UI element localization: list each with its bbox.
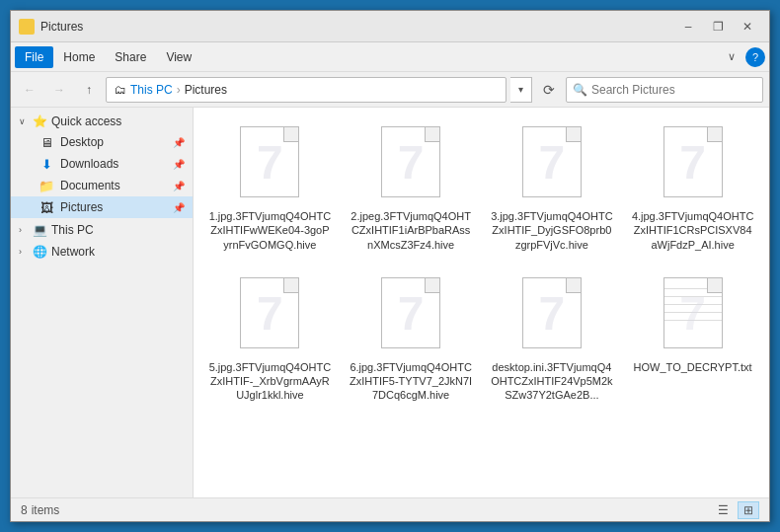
quick-access-header[interactable]: ∨ ⭐ Quick access — [11, 112, 193, 131]
address-dropdown-button[interactable]: ▾ — [510, 77, 532, 103]
file-icon-2: 7 — [375, 126, 446, 205]
search-icon: 🔍 — [573, 83, 587, 97]
list-view-button[interactable]: ☰ — [712, 501, 734, 519]
address-this-pc: This PC — [130, 83, 173, 97]
address-bar: ← → ↑ 🗂 This PC › Pictures ▾ ⟳ 🔍 — [11, 72, 769, 108]
window-icon — [19, 19, 35, 35]
this-pc-section: › 💻 This PC — [11, 220, 193, 240]
file-label-6: 6.jpg.3FTVjumqQ4OHTCZxIHTIF5-TYTV7_2JkN7… — [350, 360, 473, 403]
file-item-7[interactable]: 7 desktop.ini.3FTVjumqQ4OHTCZxIHTIF24Vp5… — [486, 268, 619, 412]
file-item-2[interactable]: 7 2.jpeg.3FTVjumqQ4OHTCZxIHTIF1iArBPbaRA… — [345, 117, 478, 261]
desktop-pin-icon: 📌 — [173, 137, 185, 148]
sidebar-item-documents-label: Documents — [60, 179, 120, 192]
network-chevron: › — [19, 247, 29, 257]
file-item-4[interactable]: 7 4.jpg.3FTVjumqQ4OHTCZxIHTIF1CRsPCISXV8… — [626, 117, 759, 261]
explorer-window: Pictures – ❐ ✕ File Home Share View ∨ ? … — [10, 10, 770, 522]
network-icon: 🌐 — [33, 245, 47, 259]
menu-view[interactable]: View — [156, 46, 201, 68]
files-grid: 7 1.jpg.3FTVjumqQ4OHTCZxIHTIFwWEKe04-3go… — [203, 117, 759, 412]
forward-button[interactable]: → — [46, 77, 72, 103]
window-title: Pictures — [40, 20, 674, 34]
quick-access-chevron: ∨ — [19, 116, 29, 126]
this-pc-icon: 💻 — [33, 223, 47, 237]
svg-rect-3 — [28, 27, 34, 33]
quick-access-label: Quick access — [51, 114, 121, 128]
file-area: 7 1.jpg.3FTVjumqQ4OHTCZxIHTIFwWEKe04-3go… — [194, 108, 769, 497]
file-label-4: 4.jpg.3FTVjumqQ4OHTCZxIHTIF1CRsPCISXV84a… — [631, 209, 754, 252]
file-item-3[interactable]: 7 3.jpg.3FTVjumqQ4OHTCZxIHTIF_DyjGSFO8pr… — [486, 117, 619, 261]
menu-bar: File Home Share View ∨ ? — [11, 42, 769, 72]
desktop-icon: 🖥 — [39, 134, 54, 150]
items-label: items — [32, 503, 60, 517]
file-label-1: 1.jpg.3FTVjumqQ4OHTCZxIHTIFwWEKe04-3goPy… — [208, 209, 332, 252]
file-label-5: 5.jpg.3FTVjumqQ4OHTCZxIHTIF-_XrbVgrmAAyR… — [208, 360, 332, 403]
sidebar-item-downloads[interactable]: ⬇ Downloads 📌 — [11, 153, 193, 175]
address-pictures: Pictures — [185, 83, 227, 97]
network-label: Network — [51, 245, 95, 259]
address-path[interactable]: 🗂 This PC › Pictures — [106, 77, 507, 103]
view-controls: ☰ ⊞ — [712, 501, 759, 519]
expand-ribbon-button[interactable]: ∨ — [722, 48, 741, 65]
file-icon-8: 7 — [658, 277, 729, 356]
menu-file[interactable]: File — [15, 46, 53, 68]
file-label-7: desktop.ini.3FTVjumqQ4OHTCZxIHTIF24Vp5M2… — [491, 360, 614, 403]
window-controls: – ❐ ✕ — [674, 16, 761, 38]
file-icon-3: 7 — [516, 126, 587, 205]
menu-share[interactable]: Share — [105, 46, 156, 68]
documents-icon: 📁 — [39, 178, 54, 193]
downloads-icon: ⬇ — [39, 156, 54, 172]
sidebar: ∨ ⭐ Quick access 🖥 Desktop 📌 ⬇ Downloads… — [11, 108, 194, 497]
svg-rect-1 — [20, 20, 26, 26]
network-section: › 🌐 Network — [11, 242, 193, 262]
sidebar-item-documents[interactable]: 📁 Documents 📌 — [11, 175, 193, 196]
search-input[interactable] — [591, 83, 756, 97]
file-item-8[interactable]: 7 HOW_TO_DECRYPT.txt — [626, 268, 759, 412]
title-bar: Pictures – ❐ ✕ — [11, 11, 769, 42]
sidebar-item-desktop-label: Desktop — [60, 135, 104, 149]
network-header[interactable]: › 🌐 Network — [11, 242, 193, 262]
quick-access-icon: ⭐ — [33, 114, 47, 128]
item-count: 8 — [21, 503, 28, 517]
this-pc-header[interactable]: › 💻 This PC — [11, 220, 193, 240]
sidebar-item-downloads-label: Downloads — [60, 157, 118, 171]
main-content: ∨ ⭐ Quick access 🖥 Desktop 📌 ⬇ Downloads… — [11, 108, 769, 497]
this-pc-chevron: › — [19, 225, 29, 235]
svg-rect-2 — [28, 20, 34, 26]
restore-button[interactable]: ❐ — [704, 16, 732, 38]
this-pc-label: This PC — [51, 223, 94, 237]
downloads-pin-icon: 📌 — [173, 159, 185, 170]
refresh-button[interactable]: ⟳ — [536, 77, 562, 103]
file-icon-7: 7 — [516, 277, 587, 356]
sidebar-item-desktop[interactable]: 🖥 Desktop 📌 — [11, 131, 193, 153]
file-label-8: HOW_TO_DECRYPT.txt — [634, 360, 752, 374]
sidebar-item-pictures[interactable]: 🖼 Pictures 📌 — [11, 196, 193, 218]
file-item-1[interactable]: 7 1.jpg.3FTVjumqQ4OHTCZxIHTIFwWEKe04-3go… — [203, 117, 337, 261]
address-sep1: › — [177, 83, 181, 97]
file-icon-6: 7 — [375, 277, 446, 356]
file-item-6[interactable]: 7 6.jpg.3FTVjumqQ4OHTCZxIHTIF5-TYTV7_2Jk… — [345, 268, 478, 412]
grid-view-button[interactable]: ⊞ — [738, 501, 759, 519]
quick-access-section: ∨ ⭐ Quick access 🖥 Desktop 📌 ⬇ Downloads… — [11, 112, 193, 218]
sidebar-item-pictures-label: Pictures — [60, 200, 103, 214]
svg-rect-0 — [20, 27, 26, 33]
search-box: 🔍 — [566, 77, 763, 103]
documents-pin-icon: 📌 — [173, 181, 185, 191]
status-bar: 8 items ☰ ⊞ — [11, 497, 769, 521]
file-label-3: 3.jpg.3FTVjumqQ4OHTCZxIHTIF_DyjGSFO8prb0… — [491, 209, 614, 252]
file-label-2: 2.jpeg.3FTVjumqQ4OHTCZxIHTIF1iArBPbaRAss… — [350, 209, 473, 252]
menu-home[interactable]: Home — [53, 46, 105, 68]
file-item-5[interactable]: 7 5.jpg.3FTVjumqQ4OHTCZxIHTIF-_XrbVgrmAA… — [203, 268, 337, 412]
up-button[interactable]: ↑ — [76, 77, 102, 103]
address-folder-icon: 🗂 — [115, 83, 126, 97]
file-icon-5: 7 — [234, 277, 305, 356]
file-icon-1: 7 — [234, 126, 305, 205]
minimize-button[interactable]: – — [674, 16, 702, 38]
file-icon-4: 7 — [658, 126, 729, 205]
back-button[interactable]: ← — [17, 77, 42, 103]
pictures-icon: 🖼 — [39, 199, 54, 215]
close-button[interactable]: ✕ — [734, 16, 761, 38]
pictures-pin-icon: 📌 — [173, 202, 185, 213]
help-button[interactable]: ? — [745, 47, 765, 67]
